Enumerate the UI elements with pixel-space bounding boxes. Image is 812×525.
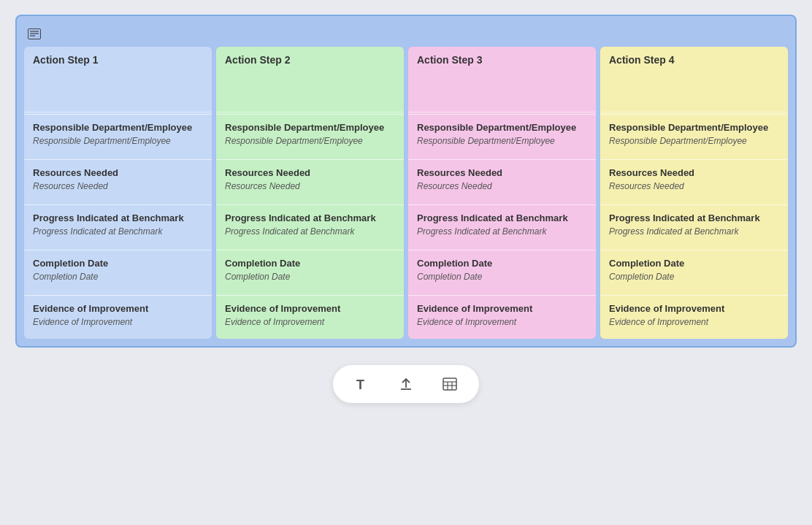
column-1: Action Step 1Responsible Department/Empl… bbox=[24, 47, 212, 339]
section-label-1-5: Evidence of Improvement bbox=[33, 303, 203, 314]
section-label-3-5: Evidence of Improvement bbox=[417, 303, 587, 314]
section-label-4-4: Completion Date bbox=[609, 258, 779, 269]
action-step-header-2: Action Step 2 bbox=[216, 47, 404, 112]
section-1-1: Responsible Department/EmployeeResponsib… bbox=[24, 114, 212, 158]
section-value-2-1: Responsible Department/Employee bbox=[225, 136, 395, 146]
section-label-3-1: Responsible Department/Employee bbox=[417, 122, 587, 133]
table-button[interactable] bbox=[438, 372, 461, 396]
section-label-3-3: Progress Indicated at Benchmark bbox=[417, 212, 587, 223]
section-1-3: Progress Indicated at BenchmarkProgress … bbox=[24, 204, 212, 248]
section-4-5: Evidence of ImprovementEvidence of Impro… bbox=[600, 295, 788, 339]
section-label-2-3: Progress Indicated at Benchmark bbox=[225, 212, 395, 223]
section-label-4-2: Resources Needed bbox=[609, 167, 779, 178]
action-step-header-1: Action Step 1 bbox=[24, 47, 212, 112]
section-3-1: Responsible Department/EmployeeResponsib… bbox=[408, 114, 596, 158]
section-4-4: Completion DateCompletion Date bbox=[600, 250, 788, 294]
section-label-3-4: Completion Date bbox=[417, 258, 587, 269]
section-label-1-3: Progress Indicated at Benchmark bbox=[33, 212, 203, 223]
svg-text:T: T bbox=[356, 378, 364, 392]
section-label-4-5: Evidence of Improvement bbox=[609, 303, 779, 314]
section-2-1: Responsible Department/EmployeeResponsib… bbox=[216, 114, 404, 158]
section-label-1-2: Resources Needed bbox=[33, 167, 203, 178]
section-label-4-1: Responsible Department/Employee bbox=[609, 122, 779, 133]
columns-grid: Action Step 1Responsible Department/Empl… bbox=[24, 47, 788, 339]
section-label-2-5: Evidence of Improvement bbox=[225, 303, 395, 314]
section-value-1-3: Progress Indicated at Benchmark bbox=[33, 226, 203, 237]
section-value-3-2: Resources Needed bbox=[417, 181, 587, 191]
section-3-5: Evidence of ImprovementEvidence of Impro… bbox=[408, 295, 596, 339]
section-value-3-1: Responsible Department/Employee bbox=[417, 136, 587, 146]
section-4-3: Progress Indicated at BenchmarkProgress … bbox=[600, 204, 788, 248]
action-step-header-4: Action Step 4 bbox=[600, 47, 788, 112]
section-label-3-2: Resources Needed bbox=[417, 167, 587, 178]
section-4-1: Responsible Department/EmployeeResponsib… bbox=[600, 114, 788, 158]
section-value-1-2: Resources Needed bbox=[33, 181, 203, 191]
section-value-3-4: Completion Date bbox=[417, 272, 587, 282]
main-container: Action Step 1Responsible Department/Empl… bbox=[15, 15, 797, 348]
section-value-1-5: Evidence of Improvement bbox=[33, 317, 203, 327]
section-2-3: Progress Indicated at BenchmarkProgress … bbox=[216, 204, 404, 248]
toolbar: T bbox=[333, 365, 479, 403]
section-label-1-4: Completion Date bbox=[33, 258, 203, 269]
upload-button[interactable] bbox=[394, 372, 418, 396]
section-value-4-2: Resources Needed bbox=[609, 181, 779, 191]
section-value-1-4: Completion Date bbox=[33, 272, 203, 282]
section-2-4: Completion DateCompletion Date bbox=[216, 250, 404, 294]
column-3: Action Step 3Responsible Department/Empl… bbox=[408, 47, 596, 339]
section-2-2: Resources NeededResources Needed bbox=[216, 159, 404, 203]
section-value-4-1: Responsible Department/Employee bbox=[609, 136, 779, 146]
action-step-header-3: Action Step 3 bbox=[408, 47, 596, 112]
section-value-4-5: Evidence of Improvement bbox=[609, 317, 779, 327]
section-label-2-4: Completion Date bbox=[225, 258, 395, 269]
section-1-5: Evidence of ImprovementEvidence of Impro… bbox=[24, 295, 212, 339]
section-4-2: Resources NeededResources Needed bbox=[600, 159, 788, 203]
svg-rect-7 bbox=[443, 378, 456, 390]
section-value-2-2: Resources Needed bbox=[225, 181, 395, 191]
section-label-1-1: Responsible Department/Employee bbox=[33, 122, 203, 133]
text-tool-button[interactable]: T bbox=[351, 372, 374, 396]
column-2: Action Step 2Responsible Department/Empl… bbox=[216, 47, 404, 339]
section-value-4-3: Progress Indicated at Benchmark bbox=[609, 226, 779, 237]
goal-icon bbox=[27, 28, 42, 39]
section-value-2-5: Evidence of Improvement bbox=[225, 317, 395, 327]
section-3-2: Resources NeededResources Needed bbox=[408, 159, 596, 203]
section-1-4: Completion DateCompletion Date bbox=[24, 250, 212, 294]
section-value-4-4: Completion Date bbox=[609, 272, 779, 282]
goal-header bbox=[24, 23, 788, 47]
section-value-1-1: Responsible Department/Employee bbox=[33, 136, 203, 146]
section-label-2-2: Resources Needed bbox=[225, 167, 395, 178]
section-value-3-5: Evidence of Improvement bbox=[417, 317, 587, 327]
section-value-3-3: Progress Indicated at Benchmark bbox=[417, 226, 587, 237]
section-label-2-1: Responsible Department/Employee bbox=[225, 122, 395, 133]
section-3-4: Completion DateCompletion Date bbox=[408, 250, 596, 294]
section-value-2-3: Progress Indicated at Benchmark bbox=[225, 226, 395, 237]
section-2-5: Evidence of ImprovementEvidence of Impro… bbox=[216, 295, 404, 339]
section-value-2-4: Completion Date bbox=[225, 272, 395, 282]
section-1-2: Resources NeededResources Needed bbox=[24, 159, 212, 203]
column-4: Action Step 4Responsible Department/Empl… bbox=[600, 47, 788, 339]
section-3-3: Progress Indicated at BenchmarkProgress … bbox=[408, 204, 596, 248]
section-label-4-3: Progress Indicated at Benchmark bbox=[609, 212, 779, 223]
